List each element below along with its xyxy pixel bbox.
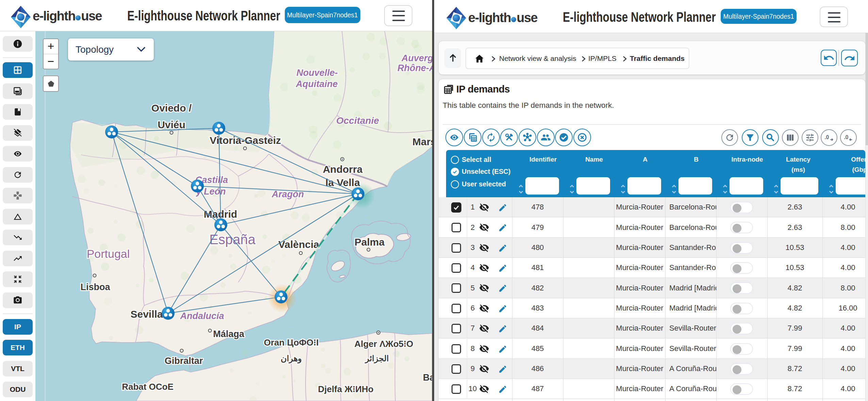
svg-text:.0: .0 — [824, 134, 829, 140]
svg-text:Sevilla: Sevilla — [130, 308, 163, 320]
svg-text:Auvergne: Auvergne — [401, 53, 432, 63]
svg-text:Andalucía: Andalucía — [180, 311, 224, 321]
svg-text:Occitanie: Occitanie — [336, 115, 379, 126]
svg-text:Alger ΛЖо5⁝О: Alger ΛЖо5⁝О — [354, 339, 413, 349]
svg-text:Gibraltar: Gibraltar — [165, 356, 203, 366]
svg-text:Aquitaine: Aquitaine — [295, 79, 338, 89]
svg-text:Uviéu: Uviéu — [158, 119, 185, 130]
svg-text:Marsei: Marsei — [412, 136, 432, 147]
svg-text:Lisboa: Lisboa — [80, 282, 110, 292]
svg-text:وهران: وهران — [281, 354, 302, 364]
svg-text:Nouvelle-: Nouvelle- — [296, 68, 338, 78]
svg-text:Djelfa Ж⁝ИНо: Djelfa Ж⁝ИНо — [318, 384, 373, 394]
svg-text:Rabat ОСоЕ: Rabat ОСоЕ — [122, 382, 174, 392]
svg-text:Palma: Palma — [355, 236, 385, 248]
svg-text:Portugal: Portugal — [87, 247, 130, 260]
svg-text:.0: .0 — [844, 134, 848, 140]
svg-text:Vitoria-Gasteiz: Vitoria-Gasteiz — [210, 135, 281, 146]
svg-text:Oviedo /: Oviedo / — [151, 102, 192, 114]
svg-text:Oran ЦоФО⁝І: Oran ЦоФО⁝І — [264, 337, 318, 348]
svg-text:الجزائر: الجزائر — [364, 354, 389, 364]
svg-text:Málaga: Málaga — [213, 329, 245, 339]
svg-text:España: España — [209, 232, 256, 247]
svg-text:Andorra: Andorra — [323, 164, 363, 175]
svg-text:Rhône-Alp: Rhône-Alp — [397, 63, 432, 73]
svg-text:Batn: Batn — [423, 372, 432, 383]
